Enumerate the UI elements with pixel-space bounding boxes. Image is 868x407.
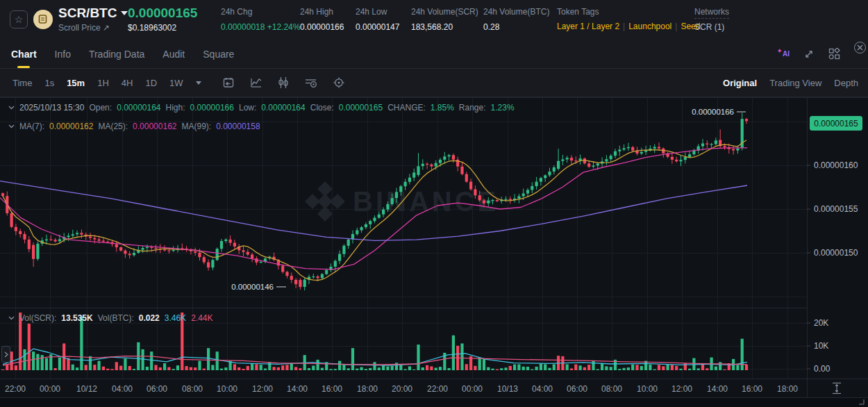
tag-launchpool[interactable]: Launchpool [628, 22, 671, 31]
pair-name[interactable]: SCR/BTC [58, 6, 117, 21]
collapse-icon[interactable] [8, 316, 15, 320]
volume-axis-label: 10K [814, 341, 828, 351]
pair-block[interactable]: SCR/BTC Scroll Price ↗ [58, 6, 128, 33]
candle-datetime: 2025/10/13 15:30 [19, 103, 84, 113]
tab-chart[interactable]: Chart [11, 40, 37, 68]
stat-value: 183,568.20 [411, 22, 478, 33]
time-axis-label: 06:00 [147, 384, 167, 394]
open-value: 0.00000164 [117, 103, 160, 113]
interval-time[interactable]: Time [12, 78, 32, 88]
vol-ma-pink-value: 2.44K [191, 313, 212, 323]
scroll-logo-icon [37, 14, 49, 25]
fullscreen-expand-icon[interactable] [803, 49, 815, 60]
external-link-icon: ↗ [103, 23, 110, 33]
change-label: CHANGE: [387, 103, 426, 113]
time-axis[interactable]: 22:0000:0010/1204:0006:0008:0010:0012:00… [5, 384, 798, 394]
date-jump-icon[interactable] [222, 76, 235, 89]
tab-square[interactable]: Square [203, 40, 234, 68]
pair-subtitle-text: Scroll Price [58, 23, 101, 33]
interval-more-icon[interactable] [196, 81, 201, 85]
view-original[interactable]: Original [723, 78, 757, 88]
widgets-grid-icon[interactable] [828, 48, 840, 60]
close-icon[interactable] [854, 42, 866, 53]
time-axis-label: 00:00 [462, 384, 483, 394]
interval-4h[interactable]: 4H [122, 78, 133, 88]
chart-svg[interactable]: BINANCE0.000001600.000001550.0000015020K… [0, 97, 868, 407]
interval-1w[interactable]: 1W [169, 78, 183, 88]
stat-label: 24h Low [356, 6, 399, 17]
vol-scr-value: 13.535K [61, 313, 92, 323]
stat-24h-low: 24h Low 0.00000147 [356, 6, 399, 33]
time-axis-label: 22:00 [427, 384, 448, 394]
ma7-value: 0.00000162 [49, 122, 93, 131]
ma-legend: MA(7):0.00000162 MA(25):0.00000162 MA(99… [8, 122, 260, 131]
price-block: 0.00000165 $0.18963002 [128, 6, 197, 33]
star-glyph: ☆ [15, 14, 24, 25]
pair-subtitle[interactable]: Scroll Price ↗ [58, 23, 128, 33]
stat-24h-volume-scr: 24h Volume(SCR) 183,568.20 [411, 6, 478, 33]
time-axis-label: 22:00 [5, 384, 26, 394]
time-axis-label: 14:00 [707, 384, 728, 394]
expand-panel-button[interactable] [1, 346, 10, 363]
high-value: 0.00000166 [190, 103, 234, 113]
chart-settings-icon[interactable] [333, 76, 345, 89]
stat-24h-chg: 24h Chg 0.00000018 +12.24% [221, 6, 300, 33]
stat-value: 0.00000147 [356, 22, 399, 33]
ai-label: AI [783, 50, 790, 58]
time-axis-label: 16:00 [742, 384, 762, 394]
tab-trading-data[interactable]: Trading Data [89, 40, 144, 68]
usd-price: $0.18963002 [128, 23, 197, 33]
view-depth[interactable]: Depth [834, 78, 858, 88]
indicators-icon[interactable] [304, 76, 317, 89]
close-value: 0.00000165 [339, 103, 383, 113]
time-axis-label: 16:00 [322, 384, 342, 394]
time-axis-label: 18:00 [357, 384, 378, 394]
axis-fit-icon[interactable] [833, 383, 841, 394]
ohlc-legend: 2025/10/13 15:30 Open:0.00000164 High:0.… [8, 103, 515, 113]
networks-block: Networks SCR (1) [694, 6, 729, 33]
interval-1d[interactable]: 1D [145, 78, 157, 88]
time-axis-label: 00:00 [40, 384, 60, 394]
open-label: Open: [89, 103, 112, 113]
time-axis-label: 08:00 [182, 384, 203, 394]
ma99-value: 0.00000158 [216, 122, 260, 131]
ma99-label: MA(99): [182, 122, 212, 131]
chart-canvas[interactable]: BINANCE0.000001600.000001550.0000015020K… [0, 97, 868, 407]
tab-audit[interactable]: Audit [162, 40, 185, 68]
stat-24h-high: 24h High 0.00000166 [300, 6, 344, 33]
time-axis-label: 04:00 [532, 384, 553, 394]
ma7-label: MA(7): [19, 122, 44, 131]
chart-style-icon[interactable] [250, 76, 262, 89]
interval-1s[interactable]: 1s [44, 78, 54, 88]
time-axis-label: 10:00 [637, 384, 658, 394]
chart-toolbar: Time 1s 15m 1H 4H 1D 1W Original [0, 69, 868, 97]
last-price: 0.00000165 [128, 6, 197, 21]
token-logo [33, 10, 53, 29]
view-tradingview[interactable]: Trading View [769, 78, 821, 88]
collapse-icon[interactable] [8, 124, 15, 128]
close-label: Close: [310, 103, 334, 113]
time-axis-label: 18:00 [777, 384, 798, 394]
candlestick-style-icon[interactable] [278, 76, 289, 89]
time-axis-label: 06:00 [567, 384, 587, 394]
stat-24h-volume-btc: 24h Volume(BTC) 0.28 [483, 6, 549, 33]
interval-1h[interactable]: 1H [97, 78, 109, 88]
chevron-down-icon[interactable] [121, 11, 128, 15]
interval-15m[interactable]: 15m [67, 78, 85, 88]
tab-info[interactable]: Info [55, 40, 71, 68]
vol-scr-label: Vol(SCR): [19, 313, 56, 323]
candlestick-chart[interactable]: BINANCE0.000001600.000001550.0000015020K… [0, 97, 868, 407]
stat-value: 0.00000018 +12.24% [221, 22, 300, 33]
volume-axis-label: 20K [814, 318, 828, 328]
collapse-icon[interactable] [8, 106, 15, 110]
low-price-annotation: 0.00000146 [231, 283, 274, 291]
trading-app: ☆ SCR/BTC Scroll Price ↗ 0.00000165 $0.1… [0, 0, 868, 407]
volume-axis-label: 0.00 [814, 364, 831, 374]
ai-assistant-icon[interactable]: ✦AI [777, 50, 790, 58]
price-axis[interactable]: 0.000001600.000001550.0000015020K10K0.00 [807, 160, 858, 374]
tag-layer[interactable]: Layer 1 / Layer 2 [557, 22, 619, 31]
favorite-star-icon[interactable]: ☆ [10, 10, 28, 28]
low-value: 0.00000164 [261, 103, 305, 113]
token-tags-block: Token Tags Layer 1 / Layer 2|Launchpool|… [557, 6, 700, 31]
networks-label[interactable]: Networks [694, 7, 729, 19]
